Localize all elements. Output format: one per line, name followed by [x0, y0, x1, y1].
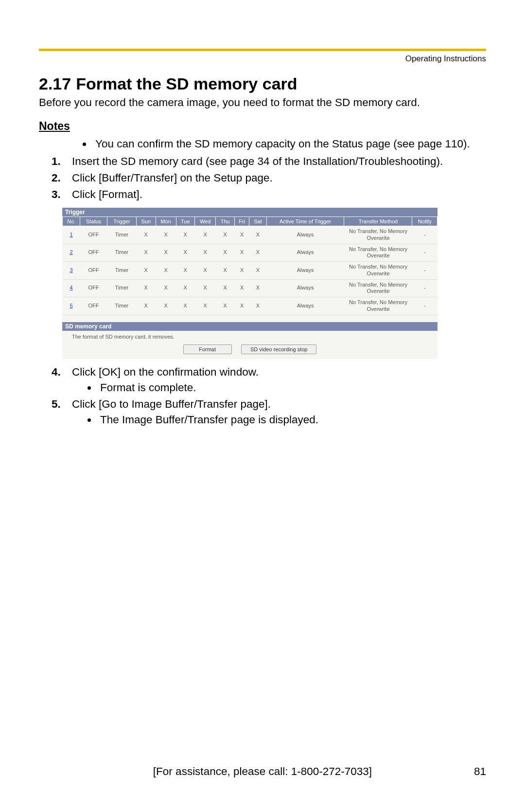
cell-trigger: Timer [107, 262, 136, 280]
step-text: Click [Go to Image Buffer/Transfer page]… [72, 398, 271, 410]
step-2: Click [Buffer/Transfer] on the Setup pag… [62, 172, 486, 184]
trigger-link[interactable]: 1 [70, 232, 73, 237]
section-title: Format the SD memory card [76, 74, 297, 93]
cell-day: X [194, 279, 216, 297]
cell-day: X [176, 279, 194, 297]
cell-day: X [249, 279, 266, 297]
section-number: 2.17 [39, 74, 71, 93]
cell-notify: - [412, 244, 438, 262]
header-rule [39, 49, 486, 51]
col-sun: Sun [137, 217, 156, 226]
cell-status: OFF [80, 262, 107, 280]
step-3: Click [Format]. [62, 188, 486, 201]
col-mon: Mon [156, 217, 176, 226]
footer-assist: [For assistance, please call: 1-800-272-… [39, 765, 486, 778]
cell-no: 5 [63, 297, 80, 315]
cell-notify: - [412, 297, 438, 315]
cell-day: X [249, 262, 266, 280]
sd-panel-title: SD memory card [62, 322, 438, 331]
col-notify: Notify [412, 217, 438, 226]
cell-day: X [216, 262, 235, 280]
col-trigger: Trigger [107, 217, 136, 226]
cell-day: X [235, 262, 249, 280]
cell-status: OFF [80, 279, 107, 297]
step-text: Click [Format]. [72, 188, 142, 200]
cell-trigger: Timer [107, 297, 136, 315]
step-text: Click [Buffer/Transfer] on the Setup pag… [72, 172, 273, 184]
cell-day: X [194, 226, 216, 244]
step-1: Insert the SD memory card (see page 34 o… [62, 155, 486, 168]
notes-heading: Notes [39, 120, 486, 133]
cell-day: X [216, 279, 235, 297]
cell-day: X [176, 244, 194, 262]
cell-day: X [156, 297, 176, 315]
sd-stop-button[interactable]: SD video recording stop [241, 344, 316, 354]
embedded-ui: Trigger No. Status Trigger Sun Mon Tue W… [62, 208, 438, 359]
intro-text: Before you record the camera image, you … [39, 96, 486, 109]
cell-day: X [137, 262, 156, 280]
trigger-link[interactable]: 3 [70, 267, 73, 273]
cell-no: 4 [63, 279, 80, 297]
cell-notify: - [412, 279, 438, 297]
cell-no: 3 [63, 262, 80, 280]
trigger-panel-title: Trigger [62, 208, 438, 217]
cell-active: Always [266, 226, 344, 244]
trigger-link[interactable]: 5 [70, 303, 73, 308]
section-heading: 2.17Format the SD memory card [39, 74, 486, 93]
cell-method: No Transfer, No Memory Overwrite [344, 226, 412, 244]
cell-notify: - [412, 226, 438, 244]
table-row: 5OFFTimerXXXXXXXAlwaysNo Transfer, No Me… [63, 297, 438, 315]
cell-active: Always [266, 279, 344, 297]
page-number: 81 [474, 765, 486, 778]
cell-day: X [137, 279, 156, 297]
steps-list-cont: Click [OK] on the confirmation window. F… [39, 366, 486, 426]
col-fri: Fri [235, 217, 249, 226]
cell-day: X [235, 244, 249, 262]
cell-trigger: Timer [107, 226, 136, 244]
step-sub: Format is complete. [97, 381, 486, 394]
cell-active: Always [266, 262, 344, 280]
cell-method: No Transfer, No Memory Overwrite [344, 279, 412, 297]
step-5: Click [Go to Image Buffer/Transfer page]… [62, 398, 486, 426]
cell-day: X [216, 226, 235, 244]
col-tue: Tue [176, 217, 194, 226]
cell-day: X [194, 297, 216, 315]
cell-trigger: Timer [107, 244, 136, 262]
cell-day: X [176, 262, 194, 280]
table-row: 2OFFTimerXXXXXXXAlwaysNo Transfer, No Me… [63, 244, 438, 262]
trigger-link[interactable]: 2 [70, 249, 73, 255]
notes-item: You can confirm the SD memory capacity o… [92, 138, 486, 150]
cell-status: OFF [80, 297, 107, 315]
col-status: Status [80, 217, 107, 226]
cell-day: X [235, 226, 249, 244]
notes-list: You can confirm the SD memory capacity o… [39, 138, 486, 150]
cell-trigger: Timer [107, 279, 136, 297]
cell-active: Always [266, 244, 344, 262]
step-sub: The Image Buffer/Transfer page is displa… [97, 414, 486, 426]
trigger-link[interactable]: 4 [70, 285, 73, 290]
cell-day: X [156, 262, 176, 280]
cell-day: X [249, 244, 266, 262]
cell-day: X [235, 279, 249, 297]
col-sat: Sat [249, 217, 266, 226]
cell-day: X [156, 279, 176, 297]
cell-day: X [176, 297, 194, 315]
table-row: 3OFFTimerXXXXXXXAlwaysNo Transfer, No Me… [63, 262, 438, 280]
cell-day: X [137, 226, 156, 244]
trigger-table: No. Status Trigger Sun Mon Tue Wed Thu F… [62, 217, 438, 315]
cell-day: X [216, 244, 235, 262]
cell-day: X [156, 244, 176, 262]
format-button[interactable]: Format [183, 344, 232, 354]
col-wed: Wed [194, 217, 216, 226]
table-row: 4OFFTimerXXXXXXXAlwaysNo Transfer, No Me… [63, 279, 438, 297]
cell-day: X [194, 262, 216, 280]
header-label: Operating Instructions [39, 54, 486, 64]
cell-day: X [235, 297, 249, 315]
col-no: No. [63, 217, 80, 226]
col-active: Active Time of Trigger [266, 217, 344, 226]
cell-status: OFF [80, 226, 107, 244]
col-method: Transfer Method [344, 217, 412, 226]
cell-method: No Transfer, No Memory Overwrite [344, 244, 412, 262]
sd-panel-note: The format of SD memory card, it removes… [62, 331, 438, 344]
trigger-header-row: No. Status Trigger Sun Mon Tue Wed Thu F… [63, 217, 438, 226]
